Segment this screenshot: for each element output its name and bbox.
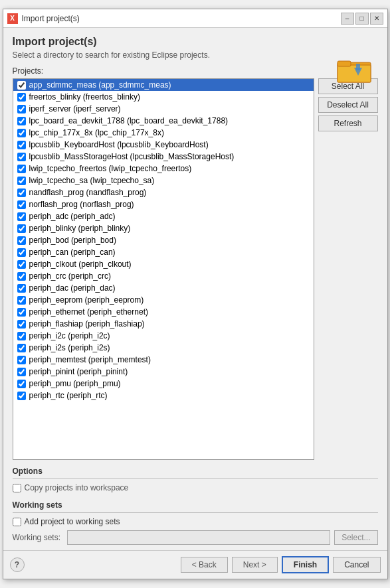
working-sets-divider bbox=[13, 512, 378, 513]
working-sets-select-button[interactable]: Select... bbox=[334, 530, 377, 545]
project-item[interactable]: periph_blinky (periph_blinky) bbox=[13, 222, 314, 234]
project-checkbox[interactable] bbox=[17, 308, 26, 317]
minimize-button[interactable]: – bbox=[341, 13, 354, 25]
project-label: nandflash_prog (nandflash_prog) bbox=[29, 188, 147, 197]
svg-rect-4 bbox=[356, 64, 360, 70]
project-item[interactable]: lpc_chip_177x_8x (lpc_chip_177x_8x) bbox=[13, 127, 314, 139]
project-checkbox[interactable] bbox=[17, 81, 26, 90]
project-item[interactable]: periph_i2c (periph_i2c) bbox=[13, 330, 314, 342]
window-title: Import project(s) bbox=[22, 14, 341, 23]
project-label: periph_i2s (periph_i2s) bbox=[29, 343, 110, 352]
project-item[interactable]: app_sdmmc_meas (app_sdmmc_meas) bbox=[13, 79, 314, 91]
project-checkbox[interactable] bbox=[17, 260, 26, 269]
project-item[interactable]: periph_i2s (periph_i2s) bbox=[13, 342, 314, 354]
project-label: lpcusblib_KeyboardHost (lpcusblib_Keyboa… bbox=[29, 140, 209, 149]
project-checkbox[interactable] bbox=[17, 320, 26, 329]
maximize-button[interactable]: □ bbox=[355, 13, 369, 25]
project-label: lwip_tcpecho_freertos (lwip_tcpecho_free… bbox=[29, 164, 192, 173]
project-item[interactable]: periph_ethernet (periph_ethernet) bbox=[13, 306, 314, 318]
add-project-row: Add project to working sets bbox=[13, 517, 378, 526]
project-item[interactable]: periph_memtest (periph_memtest) bbox=[13, 354, 314, 366]
project-checkbox[interactable] bbox=[17, 284, 26, 293]
project-checkbox[interactable] bbox=[17, 165, 26, 173]
project-checkbox[interactable] bbox=[17, 380, 26, 388]
project-checkbox[interactable] bbox=[17, 141, 26, 149]
project-item[interactable]: periph_dac (periph_dac) bbox=[13, 282, 314, 294]
project-checkbox[interactable] bbox=[17, 188, 26, 197]
projects-list-container[interactable]: app_sdmmc_meas (app_sdmmc_meas)freertos_… bbox=[13, 78, 314, 460]
project-item[interactable]: nandflash_prog (nandflash_prog) bbox=[13, 186, 314, 198]
project-checkbox[interactable] bbox=[17, 248, 26, 257]
cancel-button[interactable]: Cancel bbox=[333, 557, 380, 573]
project-item[interactable]: freertos_blinky (freertos_blinky) bbox=[13, 91, 314, 103]
project-item[interactable]: lwip_tcpecho_sa (lwip_tcpecho_sa) bbox=[13, 175, 314, 186]
svg-rect-1 bbox=[338, 65, 371, 82]
project-checkbox[interactable] bbox=[17, 224, 26, 233]
project-item[interactable]: periph_clkout (periph_clkout) bbox=[13, 258, 314, 270]
next-button[interactable]: Next > bbox=[232, 557, 278, 573]
project-item[interactable]: lpcusblib_KeyboardHost (lpcusblib_Keyboa… bbox=[13, 139, 314, 151]
project-label: app_sdmmc_meas (app_sdmmc_meas) bbox=[29, 80, 171, 90]
project-checkbox[interactable] bbox=[17, 296, 26, 305]
project-item[interactable]: periph_rtc (periph_rtc) bbox=[13, 390, 314, 402]
project-item[interactable]: periph_pmu (periph_pmu) bbox=[13, 378, 314, 390]
copy-projects-checkbox[interactable] bbox=[13, 484, 21, 492]
project-label: periph_pmu (periph_pmu) bbox=[29, 379, 121, 388]
project-label: periph_flashiap (periph_flashiap) bbox=[29, 319, 145, 329]
project-checkbox[interactable] bbox=[17, 236, 26, 245]
project-checkbox[interactable] bbox=[17, 93, 26, 102]
project-label: periph_memtest (periph_memtest) bbox=[29, 355, 151, 364]
close-button[interactable]: ✕ bbox=[370, 13, 383, 25]
project-label: periph_clkout (periph_clkout) bbox=[29, 259, 132, 269]
dialog-title: Import project(s) bbox=[13, 36, 378, 48]
project-checkbox[interactable] bbox=[17, 212, 26, 221]
project-checkbox[interactable] bbox=[17, 105, 26, 113]
project-item[interactable]: lwip_tcpecho_freertos (lwip_tcpecho_free… bbox=[13, 163, 314, 175]
help-button[interactable]: ? bbox=[10, 557, 25, 572]
project-checkbox[interactable] bbox=[17, 392, 26, 400]
svg-rect-2 bbox=[338, 61, 351, 66]
project-item[interactable]: periph_eeprom (periph_eeprom) bbox=[13, 294, 314, 306]
project-checkbox[interactable] bbox=[17, 153, 26, 161]
deselect-all-button[interactable]: Deselect All bbox=[318, 97, 378, 113]
side-buttons: Select All Deselect All Refresh bbox=[318, 78, 378, 460]
project-label: periph_blinky (periph_blinky) bbox=[29, 224, 131, 233]
project-item[interactable]: iperf_server (iperf_server) bbox=[13, 103, 314, 115]
project-label: periph_dac (periph_dac) bbox=[29, 283, 116, 293]
project-checkbox[interactable] bbox=[17, 344, 26, 352]
project-item[interactable]: periph_bod (periph_bod) bbox=[13, 234, 314, 246]
back-button[interactable]: < Back bbox=[181, 557, 228, 573]
project-checkbox[interactable] bbox=[17, 368, 26, 376]
project-item[interactable]: periph_flashiap (periph_flashiap) bbox=[13, 318, 314, 330]
project-checkbox[interactable] bbox=[17, 177, 26, 185]
project-item[interactable]: periph_adc (periph_adc) bbox=[13, 210, 314, 222]
project-item[interactable]: periph_can (periph_can) bbox=[13, 246, 314, 258]
titlebar: X Import project(s) – □ ✕ bbox=[3, 9, 387, 28]
project-checkbox[interactable] bbox=[17, 129, 26, 137]
project-checkbox[interactable] bbox=[17, 356, 26, 364]
project-checkbox[interactable] bbox=[17, 200, 26, 209]
refresh-button[interactable]: Refresh bbox=[318, 115, 378, 131]
project-item[interactable]: periph_pinint (periph_pinint) bbox=[13, 366, 314, 378]
project-label: periph_bod (periph_bod) bbox=[29, 236, 116, 245]
project-item[interactable]: norflash_prog (norflash_prog) bbox=[13, 198, 314, 210]
project-label: periph_rtc (periph_rtc) bbox=[29, 391, 108, 400]
working-sets-input[interactable] bbox=[67, 530, 331, 545]
project-checkbox[interactable] bbox=[17, 332, 26, 340]
project-label: periph_crc (periph_crc) bbox=[29, 271, 111, 281]
project-item[interactable]: lpcusblib_MassStorageHost (lpcusblib_Mas… bbox=[13, 151, 314, 163]
project-checkbox[interactable] bbox=[17, 272, 26, 281]
add-project-checkbox[interactable] bbox=[13, 518, 21, 526]
working-sets-label: Working sets bbox=[13, 500, 378, 510]
project-item[interactable]: lpc_board_ea_devkit_1788 (lpc_board_ea_d… bbox=[13, 115, 314, 127]
finish-button[interactable]: Finish bbox=[282, 556, 329, 573]
project-label: freertos_blinky (freertos_blinky) bbox=[29, 92, 140, 102]
project-item[interactable]: periph_crc (periph_crc) bbox=[13, 270, 314, 282]
options-label: Options bbox=[13, 467, 378, 476]
project-checkbox[interactable] bbox=[17, 117, 26, 125]
working-sets-input-row: Working sets: Select... bbox=[13, 530, 378, 545]
project-label: lpcusblib_MassStorageHost (lpcusblib_Mas… bbox=[29, 152, 235, 161]
window-icon: X bbox=[7, 13, 18, 24]
options-section: Options Copy projects into workspace bbox=[13, 467, 378, 495]
copy-projects-row: Copy projects into workspace bbox=[13, 483, 378, 492]
